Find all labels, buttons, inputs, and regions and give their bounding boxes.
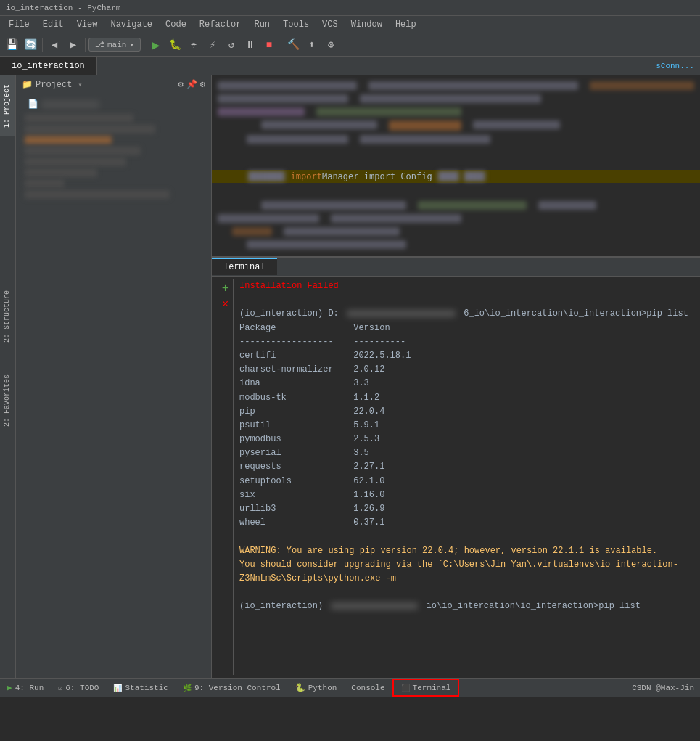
- settings-icon[interactable]: ⚙: [178, 79, 184, 90]
- python-label: Python: [308, 684, 337, 692]
- package-pyserial: pyserial 3.5: [239, 446, 694, 460]
- todo-status-item[interactable]: ☑ 6: TODO: [51, 679, 106, 697]
- console-status-item[interactable]: Console: [344, 679, 392, 697]
- menu-window[interactable]: Window: [345, 18, 388, 31]
- warning-line-1: WARNING: You are using pip version 22.0.…: [239, 544, 694, 558]
- tree-item-managepy[interactable]: 📄: [19, 97, 208, 111]
- menu-file[interactable]: File: [3, 18, 36, 31]
- import-content: Manager import Config: [322, 171, 432, 181]
- pip-list-prompt-2: (io_interaction) io\io_intercation\io_in…: [239, 599, 694, 613]
- blurred-path: [347, 310, 456, 317]
- package-charset: charset-normalizer 2.0.12: [239, 363, 694, 377]
- toolbar-divider-3: [144, 38, 144, 52]
- sconnect-tab[interactable]: sConn...: [650, 62, 700, 70]
- blurred-item-2: [25, 125, 155, 134]
- menu-help[interactable]: Help: [390, 18, 422, 31]
- project-tree: 📄: [16, 94, 211, 678]
- tab-io-interaction[interactable]: io_interaction: [0, 57, 97, 75]
- package-pip: pip 22.0.4: [239, 405, 694, 419]
- project-dropdown[interactable]: ▾: [78, 81, 82, 89]
- prompt-suffix-2: io\io_intercation\io_interaction>pip lis…: [427, 601, 641, 611]
- installation-failed: Installation Failed: [239, 279, 694, 293]
- gear-icon[interactable]: ⚙: [200, 79, 205, 90]
- build-button[interactable]: 🔨: [284, 36, 302, 54]
- sidebar-structure[interactable]: 2: Structure: [0, 282, 15, 351]
- code-editor: ███████ import Manager import Config ███…: [212, 75, 700, 257]
- title-text: io_interaction - PyCharm: [6, 4, 120, 12]
- package-idna: idna 3.3: [239, 377, 694, 390]
- run-button[interactable]: ▶: [147, 36, 165, 54]
- forward-button[interactable]: ▶: [65, 36, 82, 54]
- blurred-item-1: [25, 114, 133, 123]
- chevron-down-icon: ▾: [129, 40, 134, 49]
- status-right: CSDN @Max-Jin: [626, 684, 700, 692]
- branch-name: main: [107, 41, 126, 49]
- pin-icon[interactable]: 📌: [186, 79, 197, 90]
- menu-edit[interactable]: Edit: [37, 18, 70, 31]
- python-status-item[interactable]: 🐍 Python: [288, 679, 345, 697]
- blurred-prefix: ███████: [248, 171, 285, 181]
- branch-selector[interactable]: ⎇ main ▾: [88, 38, 141, 52]
- file-icon: 📄: [28, 99, 38, 110]
- pause-button[interactable]: ⏸: [242, 36, 259, 54]
- error-text: Installation Failed: [239, 281, 339, 291]
- update-button[interactable]: ⬆: [303, 36, 321, 54]
- sidebar-favorites[interactable]: 2: Favorites: [0, 366, 15, 435]
- sdk-button[interactable]: ⚙: [322, 36, 339, 54]
- package-modbus: modbus-tk 1.1.2: [239, 391, 694, 405]
- menu-code[interactable]: Code: [160, 18, 192, 31]
- terminal-status-item[interactable]: ⬛ Terminal: [392, 679, 460, 697]
- sep1: ------------------: [239, 335, 348, 349]
- todo-label: 6: TODO: [65, 684, 99, 692]
- add-terminal-button[interactable]: +: [222, 282, 229, 295]
- menu-refactor[interactable]: Refactor: [194, 18, 247, 31]
- toolbar-divider-4: [281, 38, 281, 52]
- package-requests: requests 2.27.1: [239, 460, 694, 474]
- back-button[interactable]: ◀: [46, 36, 63, 54]
- blurred-item-5: [25, 157, 126, 166]
- menu-view[interactable]: View: [71, 18, 104, 31]
- import-keyword: import: [291, 171, 322, 181]
- vcs-icon: 🌿: [183, 684, 192, 692]
- prompt-suffix-1: 6_io\io_intercation\io_interaction>pip l…: [464, 308, 688, 319]
- sidebar-project[interactable]: 1: Project: [0, 75, 15, 136]
- package-header: Package Version: [239, 322, 694, 335]
- stop-button[interactable]: ■: [260, 36, 278, 54]
- statistic-status-item[interactable]: 📊 Statistic: [106, 679, 175, 697]
- blurred-item-7: [25, 190, 170, 199]
- folder-icon: 📁: [22, 79, 33, 90]
- menu-run[interactable]: Run: [248, 18, 276, 31]
- profile-button[interactable]: ⚡: [204, 36, 221, 54]
- prompt-text-2: (io_interaction): [239, 601, 323, 611]
- prompt-text-1: (io_interaction) D:: [239, 308, 339, 319]
- status-left: ▶ 4: Run ☑ 6: TODO 📊 Statistic 🌿 9: Vers…: [0, 679, 459, 697]
- restart-button[interactable]: ↺: [223, 36, 240, 54]
- coverage-button[interactable]: ☂: [185, 36, 202, 54]
- project-header-icons: ⚙ 📌 ⚙: [178, 79, 205, 90]
- save-button[interactable]: 💾: [3, 36, 20, 54]
- package-setuptools: setuptools 62.1.0: [239, 475, 694, 488]
- package-six: six 1.16.0: [239, 488, 694, 502]
- debug-button[interactable]: 🐛: [166, 36, 184, 54]
- blurred-item-6: [25, 168, 97, 177]
- python-icon: 🐍: [295, 683, 305, 692]
- col-package: Package: [239, 322, 348, 335]
- terminal-tab[interactable]: Terminal: [212, 258, 277, 275]
- main-area: 1: Project 2: Structure 2: Favorites 📁 P…: [0, 75, 700, 678]
- tree-section-1: [19, 114, 208, 199]
- menu-tools[interactable]: Tools: [277, 18, 315, 31]
- menu-navigate[interactable]: Navigate: [104, 18, 158, 31]
- run-status-item[interactable]: ▶ 4: Run: [0, 679, 51, 697]
- toolbar: 💾 🔄 ◀ ▶ ⎇ main ▾ ▶ 🐛 ☂ ⚡ ↺ ⏸ ■ 🔨 ⬆ ⚙: [0, 33, 700, 57]
- version-status-item[interactable]: 🌿 9: Version Control: [176, 679, 288, 697]
- editor-terminal-area: ███████ import Manager import Config ███…: [212, 75, 700, 678]
- editor-tab-bar: io_interaction sConn...: [0, 57, 700, 75]
- package-certifi: certifi 2022.5.18.1: [239, 349, 694, 363]
- version-label: 9: Version Control: [194, 684, 281, 692]
- warning-text-2: You should consider upgrading via the `C…: [239, 560, 678, 584]
- close-terminal-button[interactable]: ×: [222, 298, 229, 311]
- menu-vcs[interactable]: VCS: [316, 18, 344, 31]
- toolbar-divider-1: [42, 38, 43, 52]
- project-panel: 📁 Project ▾ ⚙ 📌 ⚙ 📄: [16, 75, 212, 678]
- sync-button[interactable]: 🔄: [22, 36, 39, 54]
